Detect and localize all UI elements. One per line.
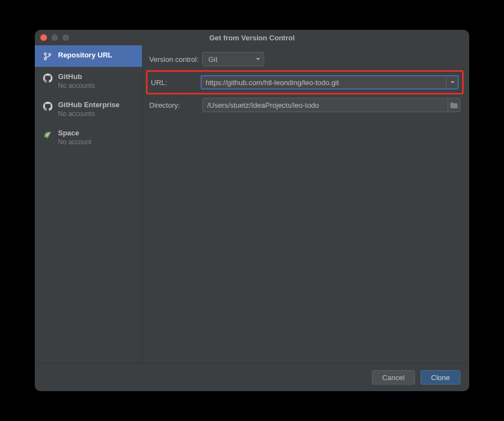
clone-button[interactable]: Clone [421,370,460,385]
sidebar-item-sublabel: No accounts [58,82,95,90]
version-control-value: Git [208,55,218,64]
sidebar-item-label: Repository URL [58,51,112,59]
directory-label: Directory: [149,101,202,109]
sidebar-item-github[interactable]: GitHub No accounts [35,67,142,95]
github-icon [43,101,53,111]
main-panel: Version control: Git URL: Directory: [143,45,469,363]
dialog-footer: Cancel Clone [35,363,469,391]
sidebar-item-sublabel: No accounts [58,110,119,118]
cancel-button[interactable]: Cancel [372,370,415,385]
svg-point-1 [44,58,46,60]
sidebar-item-space[interactable]: Space No account [35,123,142,151]
chevron-down-icon [256,58,260,60]
zoom-window-button[interactable] [62,34,69,41]
version-control-dialog: Get from Version Control Repository URL [35,30,469,391]
version-control-row: Version control: Git [149,52,460,66]
version-control-label: Version control: [149,55,202,64]
window-controls [40,34,69,41]
titlebar: Get from Version Control [35,30,469,45]
sidebar-item-repository-url[interactable]: Repository URL [35,45,142,67]
branch-icon [43,51,53,61]
close-window-button[interactable] [40,34,47,41]
sidebar-item-sublabel: No account [58,138,92,146]
svg-point-0 [44,53,46,55]
url-row-highlight: URL: [146,70,464,94]
sidebar-item-github-enterprise[interactable]: GitHub Enterprise No accounts [35,95,142,123]
minimize-window-button[interactable] [51,34,58,41]
url-label: URL: [151,78,201,87]
sidebar-item-label: GitHub [58,72,95,81]
version-control-select[interactable]: Git [202,52,264,66]
github-icon [43,73,53,83]
browse-directory-button[interactable] [448,98,460,112]
url-history-button[interactable] [446,76,458,89]
dialog-content: Repository URL GitHub No accounts [35,45,469,363]
url-input[interactable] [201,75,459,90]
sidebar-item-label: GitHub Enterprise [58,101,119,109]
folder-icon [450,102,458,109]
space-icon [43,129,53,139]
window-title: Get from Version Control [40,34,464,42]
chevron-down-icon [450,81,455,83]
sidebar: Repository URL GitHub No accounts [35,45,143,363]
svg-point-2 [49,54,51,56]
directory-input[interactable] [202,98,460,112]
directory-row: Directory: [149,98,460,112]
sidebar-item-label: Space [58,129,92,137]
